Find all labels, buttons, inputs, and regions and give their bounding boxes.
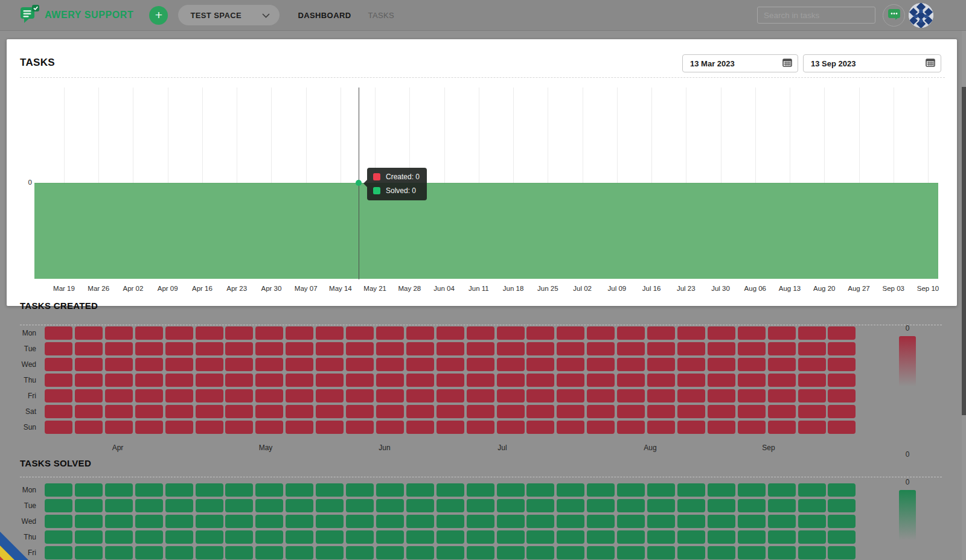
heatmap-cell[interactable] [497,546,525,559]
heatmap-cell[interactable] [225,530,253,544]
heatmap-cell[interactable] [376,358,404,371]
heatmap-cell[interactable] [647,483,675,497]
nav-item-dashboard[interactable]: DASHBOARD [298,11,351,20]
heatmap-cell[interactable] [346,405,374,418]
heatmap-cell[interactable] [798,374,826,387]
heatmap-cell[interactable] [526,374,554,387]
heatmap-cell[interactable] [497,374,525,387]
heatmap-cell[interactable] [828,374,856,387]
heatmap-cell[interactable] [376,515,404,528]
heatmap-cell[interactable] [828,342,856,355]
heatmap-cell[interactable] [165,374,193,387]
heatmap-cell[interactable] [225,421,253,434]
heatmap-cell[interactable] [708,499,735,512]
heatmap-cell[interactable] [135,374,163,387]
scrollbar-thumb[interactable] [962,87,966,415]
heatmap-cell[interactable] [587,546,615,559]
heatmap-cell[interactable] [497,530,525,544]
heatmap-cell[interactable] [526,326,554,340]
heatmap-cell[interactable] [708,342,735,355]
heatmap-cell[interactable] [165,405,193,418]
heatmap-cell[interactable] [828,483,856,497]
heatmap-cell[interactable] [587,421,615,434]
heatmap-cell[interactable] [798,546,826,559]
heatmap-cell[interactable] [286,326,313,340]
heatmap-cell[interactable] [135,483,163,497]
heatmap-cell[interactable] [708,530,735,544]
heatmap-cell[interactable] [45,515,72,528]
heatmap-cell[interactable] [105,530,133,544]
heatmap-cell[interactable] [196,515,223,528]
heatmap-cell[interactable] [526,499,554,512]
heatmap-cell[interactable] [376,421,404,434]
heatmap-cell[interactable] [738,499,766,512]
heatmap-cell[interactable] [497,421,525,434]
heatmap-cell[interactable] [406,342,434,355]
heatmap-cell[interactable] [677,342,705,355]
heatmap-cell[interactable] [255,389,283,402]
heatmap-cell[interactable] [617,530,645,544]
heatmap-cell[interactable] [45,374,72,387]
heatmap-cell[interactable] [437,389,464,402]
heatmap-cell[interactable] [316,358,344,371]
heatmap-cell[interactable] [286,483,313,497]
heatmap-cell[interactable] [526,483,554,497]
heatmap-cell[interactable] [135,358,163,371]
heatmap-cell[interactable] [135,326,163,340]
heatmap-cell[interactable] [437,499,464,512]
heatmap-cell[interactable] [617,358,645,371]
heatmap-cell[interactable] [75,389,103,402]
heatmap-cell[interactable] [165,499,193,512]
heatmap-cell[interactable] [647,421,675,434]
heatmap-cell[interactable] [557,483,584,497]
heatmap-cell[interactable] [798,389,826,402]
heatmap-cell[interactable] [497,342,525,355]
heatmap-cell[interactable] [346,421,374,434]
heatmap-cell[interactable] [467,342,494,355]
heatmap-cell[interactable] [316,421,344,434]
heatmap-cell[interactable] [557,358,584,371]
heatmap-cell[interactable] [346,515,374,528]
heatmap-cell[interactable] [75,546,103,559]
heatmap-cell[interactable] [225,405,253,418]
heatmap-cell[interactable] [467,421,494,434]
heatmap-cell[interactable] [376,326,404,340]
heatmap-cell[interactable] [557,421,584,434]
heatmap-cell[interactable] [316,342,344,355]
heatmap-cell[interactable] [135,342,163,355]
heatmap-cell[interactable] [346,326,374,340]
heatmap-cell[interactable] [316,546,344,559]
heatmap-cell[interactable] [196,546,223,559]
heatmap-cell[interactable] [286,515,313,528]
heatmap-cell[interactable] [255,358,283,371]
heatmap-cell[interactable] [497,389,525,402]
heatmap-cell[interactable] [135,546,163,559]
heatmap-cell[interactable] [165,389,193,402]
heatmap-cell[interactable] [587,405,615,418]
heatmap-cell[interactable] [255,499,283,512]
heatmap-cell[interactable] [255,483,283,497]
nav-item-tasks[interactable]: TASKS [368,11,395,20]
heatmap-cell[interactable] [316,374,344,387]
heatmap-cell[interactable] [828,405,856,418]
heatmap-cell[interactable] [647,546,675,559]
heatmap-cell[interactable] [526,421,554,434]
heatmap-cell[interactable] [708,358,735,371]
heatmap-cell[interactable] [196,342,223,355]
heatmap-cell[interactable] [557,405,584,418]
heatmap-cell[interactable] [828,326,856,340]
heatmap-cell[interactable] [497,358,525,371]
heatmap-cell[interactable] [768,515,796,528]
heatmap-cell[interactable] [467,326,494,340]
heatmap-cell[interactable] [437,405,464,418]
heatmap-cell[interactable] [557,530,584,544]
heatmap-cell[interactable] [617,326,645,340]
heatmap-cell[interactable] [165,515,193,528]
heatmap-cell[interactable] [45,358,72,371]
heatmap-cell[interactable] [45,530,72,544]
heatmap-cell[interactable] [286,499,313,512]
heatmap-cell[interactable] [135,499,163,512]
heatmap-cell[interactable] [768,358,796,371]
heatmap-cell[interactable] [467,515,494,528]
heatmap-cell[interactable] [346,483,374,497]
